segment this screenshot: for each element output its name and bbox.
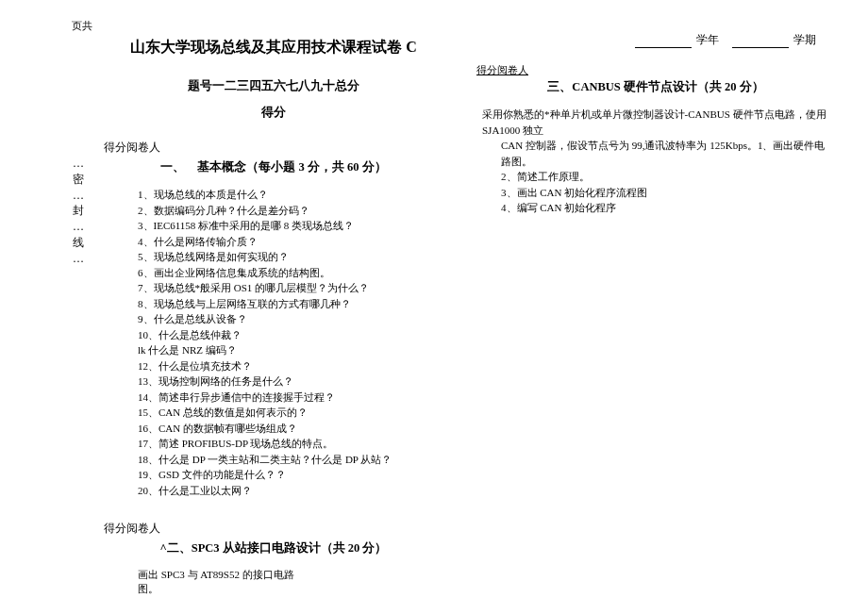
year-blank: [635, 36, 692, 48]
question-7: 7、现场总线*般采用 OS1 的哪几层模型？为什么？: [138, 280, 443, 296]
grader-label-3: 得分阅卷人: [476, 63, 835, 77]
question-2: 2、数据编码分几种？什么是差分码？: [138, 203, 443, 219]
s3-line3: 2、简述工作原理。: [501, 169, 835, 185]
score-table-header: 题号一二三四五六七八九十总分: [104, 76, 443, 95]
s3-line1: 采用你熟悉的*种单片机或单片微控制器设计-CANBUS 硬件节点电路，使用 SJ…: [482, 107, 835, 138]
question-17: 17、简述 PROFIBUS-DP 现场总线的特点。: [138, 436, 443, 452]
question-list: 1、现场总线的本质是什么？ 2、数据编码分几种？什么是差分码？ 3、IEC611…: [138, 187, 443, 498]
question-8: 8、现场总线与上层网络互联的方式有哪几种？: [138, 296, 443, 312]
question-16: 16、CAN 的数据帧有哪些场组成？: [138, 421, 443, 437]
question-14: 14、简述串行异步通信中的连接握手过程？: [138, 390, 443, 406]
right-column: 学年 学期 得分阅卷人 三、CANBUS 硬件节点设计（共 20 分） 采用你熟…: [476, 32, 835, 216]
question-5: 5、现场总线网络是如何实现的？: [138, 249, 443, 265]
s3-line5: 4、编写 CAN 初始化程序: [501, 200, 835, 216]
section3-title: 三、CANBUS 硬件节点设计（共 20 分）: [476, 79, 835, 95]
year-label: 学年: [696, 33, 719, 46]
question-19: 19、GSD 文件的功能是什么？？: [138, 467, 443, 483]
section2-line1: 画出 SPC3 与 AT89S52 的接口电路: [138, 568, 443, 582]
s3-line2: CAN 控制器，假设节点号为 99,通讯波特率为 125Kbps。1、画出硬件电…: [501, 138, 835, 169]
question-6: 6、画出企业网络信息集成系统的结构图。: [138, 265, 443, 281]
question-13: 13、现场控制网络的任务是什么？: [138, 373, 443, 390]
exam-title: 山东大学现场总线及其应用技术课程试卷 C: [104, 38, 443, 58]
grader-label-2: 得分阅卷人: [104, 521, 443, 537]
section1-title: 一、 基本概念（每小题 3 分，共 60 分）: [104, 159, 443, 175]
section2-body: 画出 SPC3 与 AT89S52 的接口电路 图。: [138, 568, 443, 596]
question-18: 18、什么是 DP 一类主站和二类主站？什么是 DP 从站？: [138, 452, 443, 468]
year-term-line: 学年 学期: [476, 32, 835, 48]
section2-title: ^二、SPC3 从站接口电路设计（共 20 分）: [104, 540, 443, 556]
score-label: 得分: [104, 105, 443, 121]
question-4: 4、什么是网络传输介质？: [138, 234, 443, 250]
question-3: 3、IEC61158 标准中采用的是哪 8 类现场总线？: [138, 218, 443, 234]
section3-body: 采用你熟悉的*种单片机或单片微控制器设计-CANBUS 硬件节点电路，使用 SJ…: [476, 107, 835, 216]
question-20: 20、什么是工业以太网？: [138, 483, 443, 499]
s3-line4: 3、画出 CAN 初始化程序流程图: [501, 185, 835, 201]
question-11: lk 什么是 NRZ 编码？: [138, 342, 443, 358]
term-label: 学期: [793, 33, 816, 46]
grader-label-1: 得分阅卷人: [104, 140, 443, 156]
binding-margin-label: … 密 … 封 … 线 …: [72, 156, 85, 267]
page-corner-label: 页共: [72, 19, 92, 33]
question-9: 9、什么是总线从设备？: [138, 311, 443, 327]
section2-line2: 图。: [138, 582, 443, 596]
question-15: 15、CAN 总线的数值是如何表示的？: [138, 405, 443, 421]
left-column: 山东大学现场总线及其应用技术课程试卷 C 题号一二三四五六七八九十总分 得分 得…: [104, 38, 443, 596]
question-12: 12、什么是位填充技术？: [138, 358, 443, 374]
question-10: 10、什么是总线仲裁？: [138, 327, 443, 343]
question-1: 1、现场总线的本质是什么？: [138, 187, 443, 203]
term-blank: [732, 36, 789, 48]
